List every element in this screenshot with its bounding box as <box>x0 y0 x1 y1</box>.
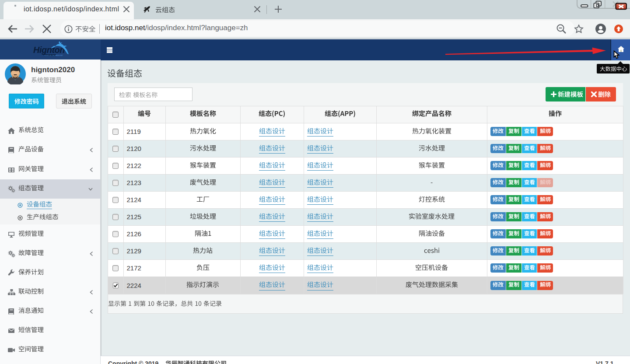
svg-text:HIGNTON TECHNOLOGY: HIGNTON TECHNOLOGY <box>44 55 63 56</box>
svg-text:Hignton: Hignton <box>33 45 65 55</box>
